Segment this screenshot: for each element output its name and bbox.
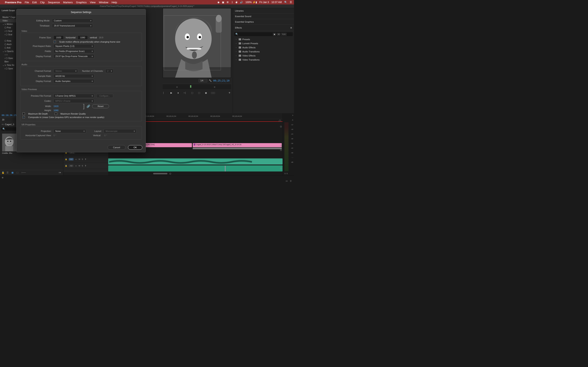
cc-status-icon[interactable]: ◉ — [2, 176, 4, 179]
frame-width-input[interactable] — [53, 35, 64, 40]
freeform-view-icon[interactable]: ⬚ — [16, 171, 19, 174]
list-view-icon[interactable]: ☰ — [7, 171, 9, 174]
preview-width-value[interactable]: 1920 — [53, 105, 58, 108]
cc-icon[interactable]: ◉ — [217, 1, 219, 4]
scale-effects-checkbox[interactable] — [53, 41, 56, 43]
extract-button[interactable]: ⬚ — [198, 91, 201, 94]
battery-indicator[interactable]: 100% ⚡▮ — [245, 1, 257, 4]
icon-view-icon[interactable]: ▦ — [11, 171, 14, 174]
anti-prop[interactable]: Anti — [0, 46, 17, 50]
badge-icon-2[interactable]: 32 — [277, 33, 280, 35]
date-display[interactable]: Fri Jan 3 — [259, 1, 269, 4]
badge-icon-3[interactable]: YUV — [281, 33, 286, 35]
effects-search-input[interactable] — [239, 33, 272, 35]
bluetooth-icon[interactable]: ᛒ — [232, 1, 233, 4]
audio-display-select[interactable]: Audio Samples — [53, 79, 94, 83]
audio-transitions-folder[interactable]: ›Audio Transitions — [233, 50, 294, 54]
video-transitions-folder[interactable]: ›Video Transitions — [233, 58, 294, 62]
speed-prop[interactable]: ›Spee — [0, 67, 17, 70]
button-editor-icon[interactable] — [228, 91, 231, 94]
effects-tab[interactable]: Effects — [233, 25, 294, 31]
libraries-tab[interactable]: Libraries — [233, 8, 294, 14]
position-prop[interactable]: Posi — [0, 26, 17, 29]
program-monitor-viewport[interactable] — [163, 8, 231, 78]
delete-icon[interactable]: 🗑 — [290, 180, 292, 182]
video-clip-2[interactable]: ▯Caged_5-13-2019 Linked Comp 23/Caged_AE… — [193, 143, 282, 147]
step-fwd-button[interactable]: ⏵ — [177, 91, 180, 94]
menu-edit[interactable]: Edit — [32, 1, 37, 4]
linked-clip-strip[interactable] — [193, 148, 282, 149]
track-a3-header[interactable]: 🔒A3▭MS🎙 — [63, 162, 108, 169]
zoom-select[interactable]: 1/4 — [199, 79, 207, 82]
timeline-zoom-bar[interactable] — [108, 172, 283, 175]
lumetri-scope-tab[interactable]: Lumetri Scope — [0, 8, 17, 13]
opacity-effect[interactable]: ⌄fxOpacity — [0, 50, 17, 53]
menu-file[interactable]: File — [25, 1, 29, 4]
audio-clip-1[interactable] — [108, 158, 283, 165]
menu-graphics[interactable]: Graphics — [76, 1, 86, 4]
settings-icon[interactable] — [209, 79, 212, 82]
breadcrumb[interactable]: Caged_S — [5, 123, 14, 125]
frame-height-input[interactable] — [78, 35, 88, 40]
menu-help[interactable]: Help — [112, 1, 117, 4]
track-a2-header[interactable]: 🔒A2▭MS🎙 — [63, 156, 108, 162]
effects-search[interactable]: 🔍 ▣ 32 YUV — [234, 32, 293, 36]
opacity-masks[interactable]: ○ □ — [0, 53, 17, 57]
shield-icon[interactable]: ⛨ — [227, 1, 229, 4]
menu-markers[interactable]: Markers — [63, 1, 73, 4]
sort-icon[interactable]: ≡▾ — [59, 171, 61, 174]
presets-folder[interactable]: ›Presets — [233, 37, 294, 42]
composite-checkbox[interactable] — [22, 116, 25, 118]
lock-icon[interactable]: 🔓 — [2, 171, 4, 174]
projection-select[interactable]: None — [53, 129, 86, 133]
volume-icon[interactable]: 🔊 — [240, 1, 243, 4]
scale-prop[interactable]: ›Scal — [0, 29, 17, 33]
cancel-button[interactable]: Cancel — [108, 145, 126, 150]
ok-button[interactable]: OK — [128, 145, 142, 150]
zoom-handle[interactable] — [153, 173, 167, 174]
solo-l[interactable]: S — [285, 173, 286, 175]
essential-sound-tab[interactable]: Essential Sound — [233, 14, 294, 19]
menu-clip[interactable]: Clip — [40, 1, 44, 4]
status-icon[interactable]: ▣ — [222, 1, 224, 4]
solo-r[interactable]: S — [286, 173, 288, 175]
preview-format-select[interactable]: I-Frame Only MPEG — [53, 94, 94, 98]
sample-rate-select[interactable]: 44100 Hz — [53, 74, 94, 78]
program-ruler[interactable] — [163, 84, 231, 89]
menu-sequence[interactable]: Sequence — [48, 1, 60, 4]
mark-in-button[interactable]: ⎸ — [163, 91, 166, 94]
rotation-prop[interactable]: Rota — [0, 39, 17, 43]
menu-window[interactable]: Window — [99, 1, 108, 4]
lift-button[interactable]: ⬚ — [190, 91, 194, 94]
time-display[interactable]: 10:37 AM — [271, 1, 282, 4]
fields-select[interactable]: No Fields (Progressive Scan) — [53, 49, 94, 53]
project-thumbnail[interactable] — [2, 133, 18, 151]
wifi-icon[interactable]: ◉᷇ — [235, 1, 237, 4]
max-bit-depth-checkbox[interactable] — [22, 113, 25, 115]
bin-icon[interactable]: ▭ — [2, 123, 4, 125]
motion-effect[interactable]: ⌄fxMotion — [0, 22, 17, 26]
editing-mode-select[interactable]: Custom — [52, 18, 93, 23]
display-format-select[interactable]: 29.97 fps Drop-Frame Timecode — [53, 54, 94, 58]
export-frame-button[interactable]: ◉ — [204, 91, 208, 94]
play-button[interactable]: ▶ — [170, 91, 173, 94]
zoom-slider[interactable]: ○── — [21, 171, 24, 174]
badge-icon-1[interactable]: ▣ — [273, 33, 276, 35]
preview-height-value[interactable]: 1080 — [53, 109, 58, 111]
audio-effects-folder[interactable]: ›Audio Effects — [233, 45, 294, 50]
panel-menu-icon[interactable] — [290, 26, 292, 29]
program-timecode[interactable]: 00;25;21;10 — [213, 79, 229, 82]
new-bin-icon[interactable]: ▭ — [286, 180, 288, 182]
compare-button[interactable]: ⬚⬚ — [211, 91, 215, 94]
mark-out-button[interactable]: →⎸ — [183, 91, 187, 94]
source-timecode[interactable]: 00;18;36;25 — [2, 114, 17, 117]
proj-tab-1[interactable]: 20 — [1, 118, 6, 122]
par-select[interactable]: Square Pixels (1.0) — [53, 44, 94, 48]
lumetri-presets-folder[interactable]: ›Lumetri Presets — [233, 42, 294, 45]
scale2-prop[interactable]: ›Scal — [0, 33, 17, 36]
anchor-prop[interactable]: Anch — [0, 43, 17, 46]
opacity-prop[interactable]: ›Opac — [0, 57, 17, 60]
max-render-checkbox[interactable] — [55, 113, 57, 115]
menu-view[interactable]: View — [90, 1, 95, 4]
video-section[interactable]: Video — [0, 19, 17, 22]
